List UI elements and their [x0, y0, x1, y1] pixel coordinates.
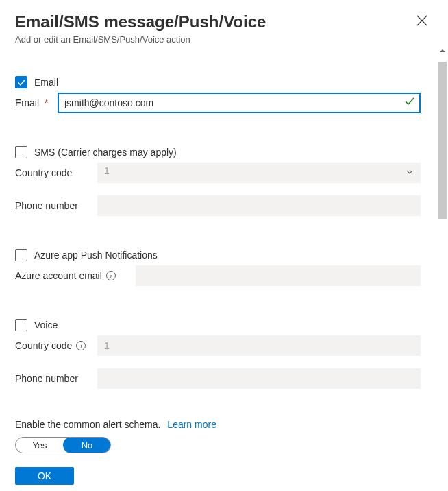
email-checkbox[interactable] [15, 76, 27, 88]
schema-toggle-no[interactable]: No [63, 437, 111, 453]
voice-checkbox-label: Voice [34, 320, 58, 331]
email-input[interactable] [58, 93, 421, 113]
schema-toggle[interactable]: Yes No [15, 437, 111, 453]
info-icon[interactable]: i [106, 271, 116, 280]
voice-checkbox[interactable] [15, 319, 27, 331]
sms-phone-label: Phone number [15, 200, 97, 211]
ok-button[interactable]: OK [15, 467, 74, 485]
scrollbar-thumb[interactable] [438, 62, 447, 219]
sms-phone-input[interactable] [97, 195, 421, 216]
sms-checkbox[interactable] [15, 146, 27, 158]
voice-country-code-label: Country code i [15, 340, 97, 351]
push-account-input[interactable] [136, 265, 421, 286]
close-icon [416, 15, 427, 26]
sms-country-code-value: 1 [104, 165, 110, 176]
info-icon[interactable]: i [76, 341, 86, 350]
scrollbar-track[interactable] [437, 55, 448, 491]
push-account-label: Azure account email i [15, 270, 136, 281]
required-marker: * [45, 97, 48, 108]
sms-country-code-select[interactable]: 1 [97, 163, 421, 183]
sms-checkbox-label: SMS (Carrier charges may apply) [34, 147, 177, 158]
scroll-up-icon[interactable] [438, 45, 447, 53]
section-email: Email Email* [15, 76, 421, 113]
valid-icon [404, 96, 415, 110]
schema-toggle-yes[interactable]: Yes [16, 438, 64, 453]
section-push: Azure app Push Notifications Azure accou… [15, 249, 421, 286]
chevron-down-icon [406, 167, 414, 178]
email-checkbox-label: Email [34, 77, 58, 88]
email-field-label: Email* [15, 97, 58, 108]
schema-row: Enable the common alert schema. Learn mo… [15, 419, 421, 453]
voice-country-code-input[interactable] [97, 335, 421, 356]
push-checkbox[interactable] [15, 249, 27, 261]
section-sms: SMS (Carrier charges may apply) Country … [15, 146, 421, 216]
close-button[interactable] [416, 15, 429, 27]
section-voice: Voice Country code i Phone number [15, 319, 421, 389]
learn-more-link[interactable]: Learn more [167, 419, 216, 430]
page-subtitle: Add or edit an Email/SMS/Push/Voice acti… [15, 34, 421, 45]
scrollbar[interactable] [437, 48, 448, 491]
page-title: Email/SMS message/Push/Voice [15, 12, 421, 32]
voice-phone-input[interactable] [97, 368, 421, 389]
push-checkbox-label: Azure app Push Notifications [34, 250, 158, 261]
schema-text: Enable the common alert schema. [15, 419, 160, 430]
checkmark-icon [17, 78, 26, 87]
sms-country-code-label: Country code [15, 167, 97, 178]
voice-phone-label: Phone number [15, 373, 97, 384]
